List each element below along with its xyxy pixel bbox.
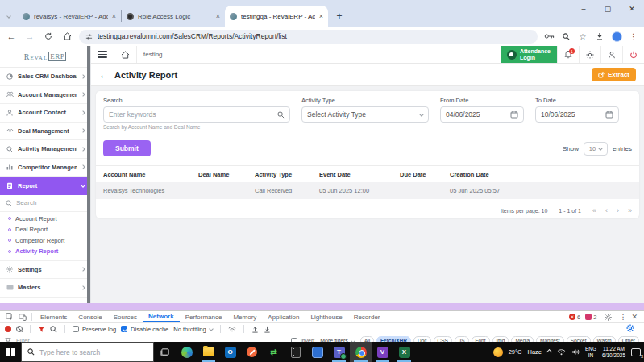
browser-tab-role-access[interactable]: Role Access Logic × — [122, 6, 225, 27]
sidebar-item-sales-crm-dashboard[interactable]: Sales CRM Dashboard — [0, 68, 90, 86]
chip-js[interactable]: JS — [455, 336, 469, 342]
back-button[interactable]: ← — [5, 31, 18, 41]
window-close-button[interactable]: ✕ — [620, 0, 644, 18]
keyword-search-input[interactable] — [109, 110, 274, 119]
back-arrow-icon[interactable]: ← — [99, 69, 109, 81]
notifications-button[interactable]: 1 — [557, 46, 579, 63]
search-network-icon[interactable] — [50, 326, 57, 333]
downloads-icon[interactable] — [594, 32, 605, 40]
sidebar-subitem-competitor-report[interactable]: Competitor Report — [0, 235, 90, 247]
devtools-tab-performance[interactable]: Performance — [180, 311, 228, 322]
calendar-icon[interactable] — [510, 110, 518, 119]
excel-icon[interactable]: X — [393, 342, 415, 362]
chip-font[interactable]: Font — [472, 336, 490, 342]
devtools-tab-console[interactable]: Console — [73, 311, 107, 322]
new-tab-button[interactable]: + — [331, 8, 347, 24]
media-app-icon[interactable] — [285, 342, 306, 362]
attendance-login-button[interactable]: AttendanceLogin — [501, 46, 557, 63]
network-conditions-icon[interactable] — [228, 326, 236, 332]
preserve-log-toggle[interactable]: Preserve log — [73, 326, 116, 333]
site-settings-icon[interactable] — [85, 33, 93, 40]
clear-network-icon[interactable] — [16, 326, 23, 332]
chip-css[interactable]: CSS — [434, 336, 452, 342]
password-manager-icon[interactable] — [543, 33, 555, 40]
home-button[interactable] — [60, 32, 73, 40]
keyword-search-field[interactable] — [103, 106, 290, 123]
app-home-button[interactable] — [114, 46, 137, 63]
blue-app-icon[interactable] — [306, 342, 328, 362]
sidebar-scrollbar[interactable] — [87, 46, 90, 303]
issues-button[interactable]: 2 — [585, 314, 596, 321]
chip-doc[interactable]: Doc — [413, 336, 431, 342]
devtools-settings-icon[interactable] — [601, 314, 614, 321]
edge-browser-icon[interactable] — [176, 342, 197, 362]
bookmark-star-icon[interactable]: ☆ — [577, 32, 588, 41]
disable-cache-toggle[interactable]: Disable cache — [121, 326, 168, 333]
import-har-icon[interactable] — [251, 326, 259, 333]
devtools-tab-sources[interactable]: Sources — [108, 311, 143, 322]
sidebar-item-competitor-management[interactable]: Competitor Management — [0, 159, 90, 177]
devtools-close-icon[interactable]: ✕ — [631, 313, 638, 321]
devtools-tab-elements[interactable]: Elements — [35, 311, 73, 322]
sidebar-subitem-account-report[interactable]: Account Report — [0, 214, 90, 225]
sidebar-search[interactable] — [0, 195, 90, 212]
devtools-tab-lighthouse[interactable]: Lighthouse — [305, 311, 347, 322]
chip-other[interactable]: Other — [618, 336, 639, 342]
next-page-button[interactable]: › — [617, 206, 619, 214]
to-date-field[interactable]: 10/06/2025 — [535, 106, 619, 123]
first-page-button[interactable]: « — [592, 206, 596, 214]
from-date-field[interactable]: 04/06/2025 — [440, 106, 524, 123]
export-har-icon[interactable] — [264, 326, 271, 333]
start-button[interactable] — [0, 342, 21, 362]
activity-type-select[interactable]: Select Activity Type — [301, 106, 429, 123]
logout-button[interactable] — [622, 46, 644, 63]
network-icon[interactable] — [557, 348, 566, 356]
settings-button[interactable] — [579, 46, 600, 63]
sidebar-item-account-management[interactable]: Account Management — [0, 86, 90, 105]
pen-app-icon[interactable] — [241, 342, 263, 362]
chip-media[interactable]: Media — [511, 336, 534, 342]
teams-icon[interactable]: T — [328, 342, 350, 362]
prev-page-button[interactable]: ‹ — [605, 206, 608, 214]
weather-icon[interactable] — [493, 347, 503, 357]
chip-wasm[interactable]: Wasm — [593, 336, 616, 342]
temperature[interactable]: 29°C — [509, 348, 522, 356]
sidebar-item-account-contact[interactable]: Account Contact — [0, 104, 90, 123]
devtools-tab-memory[interactable]: Memory — [227, 311, 262, 322]
sidebar-item-masters[interactable]: Masters — [0, 279, 90, 298]
console-errors-button[interactable]: ✕6 — [569, 314, 580, 321]
volume-icon[interactable] — [571, 348, 580, 356]
table-row[interactable]: Revalsys Technologies Call Received 05 J… — [96, 182, 639, 199]
tab-search-button[interactable] — [0, 6, 18, 27]
tab-close-icon[interactable]: × — [216, 12, 220, 20]
chip-socket[interactable]: Socket — [567, 336, 591, 342]
workspace-name[interactable]: testing — [137, 51, 501, 58]
network-settings-button[interactable] — [626, 324, 639, 334]
visual-studio-icon[interactable]: V — [372, 342, 393, 362]
reload-button[interactable] — [42, 32, 55, 40]
extract-button[interactable]: Extract — [592, 68, 636, 81]
sync-app-icon[interactable]: ⇄ — [263, 342, 285, 362]
sidebar-subitem-deal-report[interactable]: Deal Report — [0, 224, 90, 235]
taskbar-search-input[interactable] — [39, 348, 136, 356]
last-page-button[interactable]: » — [628, 206, 632, 214]
menu-toggle-button[interactable] — [91, 46, 114, 63]
taskbar-search[interactable] — [21, 342, 154, 362]
window-minimize-button[interactable]: – — [571, 0, 596, 18]
filter-funnel-icon[interactable] — [38, 326, 45, 333]
hidden-icons-chevron[interactable] — [546, 349, 552, 355]
sidebar-item-activity-management[interactable]: Activity Management — [0, 140, 90, 159]
throttling-select[interactable]: No throttling — [173, 326, 212, 333]
file-explorer-icon[interactable] — [197, 342, 219, 362]
url-bar[interactable]: testingqa.revalomni.com/SalesCRM/Reports… — [79, 30, 538, 44]
devtools-tab-network-active[interactable]: Network — [143, 311, 180, 322]
sidebar-item-settings[interactable]: Settings — [0, 261, 90, 280]
profile-button[interactable] — [600, 46, 622, 63]
entries-count-select[interactable]: 10 — [584, 142, 608, 156]
browser-tab-revalsys[interactable]: revalsys - RevalERP - Add Searc × — [18, 6, 121, 27]
chip-all[interactable]: All — [360, 336, 374, 342]
browser-tab-testingqa-active[interactable]: testingqa - RevalERP - Activity R × — [225, 6, 328, 27]
browser-menu-icon[interactable]: ⋮ — [628, 32, 639, 41]
outlook-icon[interactable]: O — [219, 342, 241, 362]
chrome-icon-active[interactable] — [350, 342, 372, 362]
